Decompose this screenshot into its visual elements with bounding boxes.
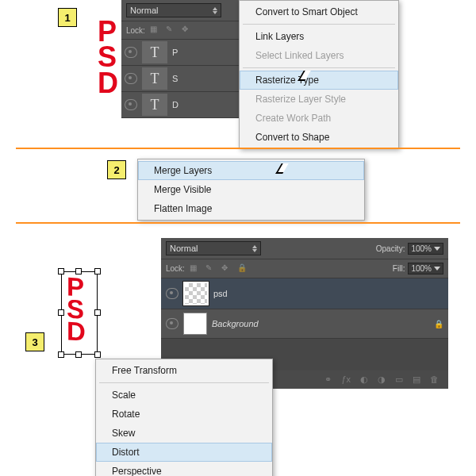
transform-handle[interactable] — [94, 309, 101, 316]
lock-position-icon[interactable]: ✥ — [182, 25, 193, 36]
menu-select-linked-layers: Select Linked Layers — [240, 46, 398, 65]
lock-pixels-icon[interactable]: ✎ — [166, 25, 177, 36]
divider — [16, 148, 460, 149]
menu-separator — [243, 67, 395, 68]
transform-handle[interactable] — [75, 351, 82, 358]
cursor-icon — [276, 163, 287, 178]
fx-icon[interactable]: ƒx — [341, 374, 351, 385]
visibility-icon[interactable] — [125, 99, 137, 110]
menu-create-work-path: Create Work Path — [240, 109, 398, 128]
step-2-badge: 2 — [107, 160, 126, 179]
layer-thumb-icon — [183, 282, 209, 305]
layer-row[interactable]: TP — [121, 40, 239, 66]
transform-handle[interactable] — [94, 268, 101, 274]
menu-perspective[interactable]: Perspective — [96, 462, 272, 476]
layer-name[interactable]: P — [172, 48, 178, 57]
transform-handle[interactable] — [94, 351, 101, 358]
fill-control[interactable]: Fill:100% — [393, 263, 443, 274]
lock-icon: 🔒 — [434, 320, 443, 328]
group-icon[interactable]: ▭ — [395, 374, 403, 385]
layer-thumb-icon — [183, 313, 207, 335]
lock-transparent-icon[interactable]: ▦ — [150, 25, 161, 36]
context-menu-transform: Free Transform Scale Rotate Skew Distort… — [95, 359, 273, 476]
trash-icon[interactable]: 🗑 — [430, 374, 439, 385]
lock-row: Lock: ▦ ✎ ✥ — [121, 21, 239, 40]
menu-distort[interactable]: Distort — [96, 443, 272, 462]
layer-name[interactable]: Background — [212, 319, 259, 328]
menu-rotate[interactable]: Rotate — [96, 405, 272, 424]
menu-separator — [243, 24, 395, 25]
menu-convert-to-shape[interactable]: Convert to Shape — [240, 128, 398, 147]
menu-merge-visible[interactable]: Merge Visible — [138, 180, 364, 199]
visibility-icon[interactable] — [166, 288, 178, 299]
divider — [16, 222, 460, 224]
cursor-icon — [298, 71, 309, 85]
mask-icon[interactable]: ◐ — [360, 374, 368, 385]
step-1-badge: 1 — [58, 8, 77, 27]
transform-handle[interactable] — [58, 309, 64, 316]
lock-position-icon[interactable]: ✥ — [221, 263, 232, 274]
visibility-icon[interactable] — [166, 318, 178, 329]
layers-list-1: TP TS TD — [121, 40, 239, 118]
psd-letters-1: PSD — [98, 19, 117, 96]
blend-mode-dropdown[interactable]: Normal — [166, 241, 261, 255]
lock-pixels-icon[interactable]: ✎ — [205, 263, 217, 274]
menu-free-transform[interactable]: Free Transform — [96, 361, 272, 380]
menu-convert-smart-object[interactable]: Convert to Smart Object — [240, 2, 398, 21]
step-3-badge: 3 — [25, 332, 44, 351]
menu-rasterize-type[interactable]: Rasterize Type — [240, 71, 398, 90]
blend-row: Normal — [121, 0, 239, 21]
menu-link-layers[interactable]: Link Layers — [240, 27, 398, 46]
layer-name[interactable]: psd — [213, 289, 228, 298]
layer-row-psd[interactable]: psd — [161, 278, 448, 309]
new-layer-icon[interactable]: ▤ — [413, 374, 420, 385]
visibility-icon[interactable] — [125, 47, 137, 58]
context-menu-2: Merge Layers Merge Visible Flatten Image — [137, 159, 365, 221]
menu-flatten-image[interactable]: Flatten Image — [138, 199, 364, 218]
layers-panel-1: Normal Lock: ▦ ✎ ✥ TP TS TD — [121, 0, 239, 118]
transform-handle[interactable] — [75, 268, 82, 274]
menu-scale[interactable]: Scale — [96, 386, 272, 405]
type-thumb-icon: T — [142, 67, 167, 90]
visibility-icon[interactable] — [125, 73, 137, 84]
type-thumb-icon: T — [142, 41, 167, 63]
lock-transparent-icon[interactable]: ▦ — [190, 263, 201, 274]
context-menu-1: Convert to Smart Object Link Layers Sele… — [239, 0, 399, 149]
lock-all-icon[interactable]: 🔒 — [237, 263, 248, 274]
link-layers-icon[interactable]: ⚭ — [324, 374, 332, 385]
layer-row[interactable]: TS — [121, 66, 239, 92]
menu-skew[interactable]: Skew — [96, 424, 272, 443]
layer-name[interactable]: S — [172, 74, 178, 83]
menu-merge-layers[interactable]: Merge Layers — [138, 161, 364, 180]
panel-header-row: Normal Opacity:100% — [161, 238, 448, 259]
layer-row[interactable]: TD — [121, 92, 239, 118]
layer-name[interactable]: D — [172, 100, 178, 109]
transform-handle[interactable] — [58, 351, 64, 358]
type-thumb-icon: T — [142, 94, 167, 116]
blend-mode-dropdown[interactable]: Normal — [126, 3, 221, 17]
lock-fill-row: Lock: ▦ ✎ ✥ 🔒 Fill:100% — [161, 259, 448, 278]
opacity-control[interactable]: Opacity:100% — [376, 243, 443, 255]
adjustment-icon[interactable]: ◑ — [378, 374, 386, 385]
layer-row-background[interactable]: Background 🔒 — [161, 309, 448, 339]
transform-handle[interactable] — [58, 268, 64, 274]
transform-bounding-box[interactable]: PSD — [61, 271, 98, 355]
menu-rasterize-layer-style: Rasterize Layer Style — [240, 90, 398, 109]
menu-separator — [99, 382, 269, 383]
